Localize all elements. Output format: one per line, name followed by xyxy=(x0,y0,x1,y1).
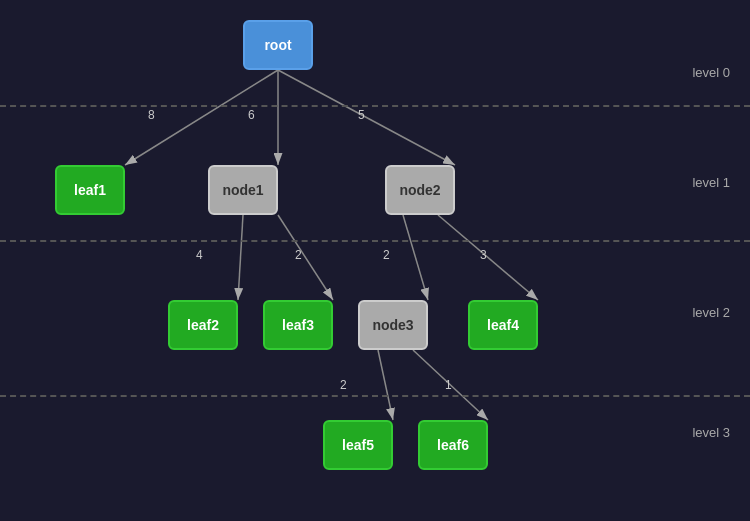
svg-line-5 xyxy=(278,215,333,300)
level-divider-0 xyxy=(0,105,750,107)
edge-label-3: 4 xyxy=(196,248,203,262)
svg-line-7 xyxy=(438,215,538,300)
node-leaf2[interactable]: leaf2 xyxy=(168,300,238,350)
node-leaf4[interactable]: leaf4 xyxy=(468,300,538,350)
edge-label-6: 3 xyxy=(480,248,487,262)
node-node3[interactable]: node3 xyxy=(358,300,428,350)
svg-line-4 xyxy=(238,215,243,300)
node-leaf3[interactable]: leaf3 xyxy=(263,300,333,350)
level-label-0: level 0 xyxy=(692,65,730,80)
level-label-1: level 1 xyxy=(692,175,730,190)
tree-diagram: level 0level 1level 2level 3865422321roo… xyxy=(0,0,750,521)
edge-label-4: 2 xyxy=(295,248,302,262)
edge-label-8: 1 xyxy=(445,378,452,392)
level-divider-2 xyxy=(0,395,750,397)
svg-line-6 xyxy=(403,215,428,300)
svg-line-8 xyxy=(378,350,393,420)
node-leaf6[interactable]: leaf6 xyxy=(418,420,488,470)
level-divider-1 xyxy=(0,240,750,242)
edge-label-5: 2 xyxy=(383,248,390,262)
node-leaf5[interactable]: leaf5 xyxy=(323,420,393,470)
edge-label-0: 8 xyxy=(148,108,155,122)
node-root[interactable]: root xyxy=(243,20,313,70)
svg-line-3 xyxy=(278,70,455,165)
node-leaf1[interactable]: leaf1 xyxy=(55,165,125,215)
edge-label-2: 5 xyxy=(358,108,365,122)
level-label-2: level 2 xyxy=(692,305,730,320)
node-node1[interactable]: node1 xyxy=(208,165,278,215)
node-node2[interactable]: node2 xyxy=(385,165,455,215)
edge-label-1: 6 xyxy=(248,108,255,122)
edge-label-7: 2 xyxy=(340,378,347,392)
level-label-3: level 3 xyxy=(692,425,730,440)
